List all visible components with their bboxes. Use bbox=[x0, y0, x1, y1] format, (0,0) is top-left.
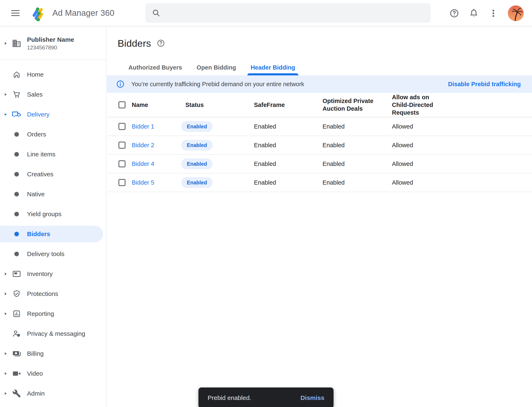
caret-right-icon bbox=[0, 271, 11, 277]
row-checkbox[interactable] bbox=[119, 179, 126, 186]
table-row-bidder-2: Bidder 2 Enabled Enabled Enabled Allowed bbox=[107, 136, 532, 155]
bullet-dot-icon bbox=[11, 252, 23, 256]
status-badge: Enabled bbox=[181, 121, 213, 132]
info-icon bbox=[116, 80, 125, 88]
caret-right-icon bbox=[0, 311, 11, 317]
bullet-dot-icon bbox=[11, 152, 23, 157]
safeframe-value: Enabled bbox=[254, 142, 322, 149]
billing-money-icon bbox=[11, 349, 23, 358]
child-directed-value: Allowed bbox=[392, 179, 532, 186]
column-header-optimized-private-auction-deals: Optimized Private Auction Deals bbox=[322, 97, 374, 113]
sidebar-item-video[interactable]: Video bbox=[0, 364, 106, 384]
row-checkbox[interactable] bbox=[119, 160, 126, 167]
opad-value: Enabled bbox=[322, 179, 392, 186]
sidebar-item-delivery[interactable]: Delivery bbox=[0, 104, 106, 124]
shield-check-icon bbox=[11, 290, 23, 298]
caret-right-icon bbox=[0, 371, 11, 376]
caret-right-icon bbox=[0, 40, 11, 46]
sidebar-item-billing[interactable]: Billing bbox=[0, 344, 106, 364]
sidebar-item-reporting[interactable]: Reporting bbox=[0, 304, 106, 324]
bidder-link[interactable]: Bidder 4 bbox=[132, 161, 154, 167]
sidebar-item-protections[interactable]: Protections bbox=[0, 284, 106, 304]
notifications-bell-icon[interactable] bbox=[469, 8, 479, 18]
building-icon bbox=[11, 39, 23, 48]
caret-right-icon bbox=[0, 391, 11, 396]
help-icon[interactable] bbox=[449, 8, 459, 18]
status-badge: Enabled bbox=[181, 177, 213, 188]
ad-manager-app: Ad Manager 360 bbox=[0, 0, 532, 407]
more-vert-icon[interactable] bbox=[488, 8, 498, 18]
bullet-dot-icon bbox=[11, 232, 23, 236]
wrench-icon bbox=[11, 389, 23, 398]
row-checkbox[interactable] bbox=[119, 123, 126, 130]
opad-value: Enabled bbox=[322, 142, 392, 149]
hamburger-menu-icon[interactable] bbox=[11, 8, 20, 18]
bullet-dot-icon bbox=[11, 192, 23, 196]
tab-authorized-buyers[interactable]: Authorized Buyers bbox=[125, 60, 185, 75]
column-header-status: Status bbox=[185, 101, 254, 109]
child-directed-value: Allowed bbox=[392, 161, 532, 167]
page-help-icon[interactable] bbox=[156, 39, 165, 47]
sidebar-item-orders[interactable]: Orders bbox=[0, 124, 106, 144]
bidder-link[interactable]: Bidder 2 bbox=[132, 142, 154, 149]
column-header-child-directed: Allow ads on Child-Directed Requests bbox=[392, 94, 448, 117]
safeframe-value: Enabled bbox=[254, 161, 322, 167]
toast-message: Prebid enabled. bbox=[208, 394, 251, 401]
opad-value: Enabled bbox=[322, 123, 392, 130]
bidder-link[interactable]: Bidder 1 bbox=[132, 123, 154, 130]
sidebar-navigation: Publisher Name 1234567890 Home bbox=[0, 27, 106, 407]
toast-dismiss-button[interactable]: Dismiss bbox=[300, 394, 324, 401]
account-avatar[interactable] bbox=[508, 5, 524, 21]
sidebar-nav-list: Home Sales bbox=[0, 60, 106, 403]
sidebar-item-admin[interactable]: Admin bbox=[0, 384, 106, 403]
sidebar-item-native[interactable]: Native bbox=[0, 184, 106, 204]
sidebar-item-home[interactable]: Home bbox=[0, 65, 106, 85]
home-icon bbox=[11, 70, 23, 79]
sidebar-item-privacy-messaging[interactable]: Privacy & messaging bbox=[0, 324, 106, 344]
prebid-info-banner: You’re currently trafficking Prebid dema… bbox=[107, 75, 532, 93]
banner-message: You’re currently trafficking Prebid dema… bbox=[131, 81, 304, 88]
column-header-safeframe: SafeFrame bbox=[254, 101, 322, 109]
table-row-bidder-5: Bidder 5 Enabled Enabled Enabled Allowed bbox=[107, 173, 532, 192]
sidebar-item-inventory[interactable]: Inventory bbox=[0, 264, 106, 284]
sidebar-item-creatives[interactable]: Creatives bbox=[0, 164, 106, 184]
tab-open-bidding[interactable]: Open Bidding bbox=[193, 60, 239, 75]
cart-icon bbox=[11, 90, 23, 99]
publisher-id: 1234567890 bbox=[27, 44, 74, 51]
bidder-link[interactable]: Bidder 5 bbox=[132, 179, 154, 186]
safeframe-value: Enabled bbox=[254, 179, 322, 186]
ad-manager-logo-icon bbox=[31, 5, 47, 21]
safeframe-value: Enabled bbox=[254, 123, 322, 130]
bullet-dot-icon bbox=[11, 212, 23, 216]
snackbar-toast: Prebid enabled. Dismiss bbox=[198, 387, 334, 407]
row-checkbox[interactable] bbox=[119, 142, 126, 149]
publisher-account-switcher[interactable]: Publisher Name 1234567890 bbox=[0, 27, 106, 60]
page-title: Bidders bbox=[118, 38, 151, 49]
search-input[interactable] bbox=[166, 9, 424, 16]
publisher-name: Publisher Name bbox=[27, 36, 74, 43]
bidders-table: Name Status SafeFrame Optimized Private … bbox=[107, 93, 532, 192]
privacy-person-shield-icon bbox=[11, 329, 23, 338]
sidebar-item-sales[interactable]: Sales bbox=[0, 85, 106, 104]
truck-icon bbox=[11, 110, 23, 119]
disable-prebid-trafficking-link[interactable]: Disable Prebid trafficking bbox=[448, 81, 521, 88]
table-row-bidder-1: Bidder 1 Enabled Enabled Enabled Allowed bbox=[107, 117, 532, 136]
global-search[interactable] bbox=[145, 3, 431, 23]
video-camera-icon bbox=[11, 369, 23, 378]
select-all-checkbox[interactable] bbox=[119, 101, 126, 108]
caret-right-icon bbox=[0, 291, 11, 297]
sidebar-item-delivery-tools[interactable]: Delivery tools bbox=[0, 244, 106, 264]
top-right-actions bbox=[449, 0, 524, 27]
main-content: Bidders Authorized Buyers Open Bidding H… bbox=[107, 27, 532, 407]
sidebar-item-bidders[interactable]: Bidders bbox=[0, 224, 106, 244]
bar-chart-icon bbox=[11, 309, 23, 318]
child-directed-value: Allowed bbox=[392, 142, 532, 149]
sidebar-item-line-items[interactable]: Line items bbox=[0, 144, 106, 164]
column-header-name: Name bbox=[132, 101, 185, 109]
top-app-bar: Ad Manager 360 bbox=[0, 0, 532, 27]
caret-right-icon bbox=[0, 351, 11, 357]
inventory-icon bbox=[11, 269, 23, 278]
bullet-dot-icon bbox=[11, 172, 23, 177]
sidebar-item-yield-groups[interactable]: Yield groups bbox=[0, 204, 106, 224]
tab-header-bidding[interactable]: Header Bidding bbox=[247, 60, 298, 75]
